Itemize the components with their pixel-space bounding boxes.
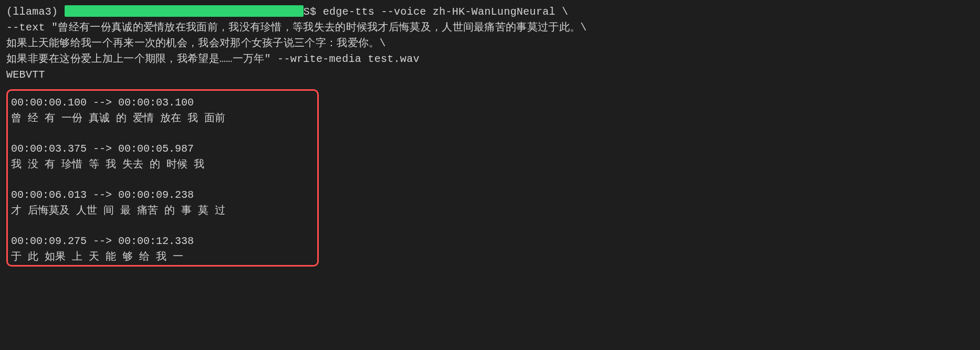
vtt-time: 00:00:00.100 --> 00:00:03.100 [11, 95, 314, 111]
webvtt-output-highlight: 00:00:00.100 --> 00:00:03.100 曾 经 有 一份 真… [6, 89, 319, 267]
prompt-line-1: (llama3) S$ edge-tts --voice zh-HK-WanLu… [6, 4, 974, 20]
command-line-3[interactable]: 如果上天能够给我一个再来一次的机会，我会对那个女孩子说三个字：我爱你。\ [6, 36, 974, 51]
webvtt-header: WEBVTT [6, 67, 974, 83]
command-line-1[interactable]: edge-tts --voice zh-HK-WanLungNeural \ [323, 6, 568, 18]
command-line-4[interactable]: 如果非要在这份爱上加上一个期限，我希望是……一万年" --write-media… [6, 51, 974, 67]
redacted-path [65, 5, 304, 17]
vtt-cue: 00:00:03.375 --> 00:00:05.987 我 没 有 珍惜 等… [11, 141, 314, 173]
vtt-text: 于 此 如果 上 天 能 够 给 我 一 [11, 249, 314, 265]
vtt-time: 00:00:03.375 --> 00:00:05.987 [11, 141, 314, 157]
vtt-text: 才 后悔莫及 人世 间 最 痛苦 的 事 莫 过 [11, 203, 314, 219]
vtt-text: 曾 经 有 一份 真诚 的 爱情 放在 我 面前 [11, 111, 314, 126]
env-name: (llama3) [6, 6, 58, 18]
vtt-time: 00:00:09.275 --> 00:00:12.338 [11, 234, 314, 249]
prompt-char: $ [310, 6, 316, 18]
vtt-time: 00:00:06.013 --> 00:00:09.238 [11, 187, 314, 203]
vtt-cue: 00:00:00.100 --> 00:00:03.100 曾 经 有 一份 真… [11, 95, 314, 126]
command-line-2[interactable]: --text "曾经有一份真诚的爱情放在我面前，我没有珍惜，等我失去的时候我才后… [6, 20, 974, 36]
vtt-text: 我 没 有 珍惜 等 我 失去 的 时候 我 [11, 157, 314, 173]
vtt-cue: 00:00:09.275 --> 00:00:12.338 于 此 如果 上 天… [11, 234, 314, 265]
vtt-cue: 00:00:06.013 --> 00:00:09.238 才 后悔莫及 人世 … [11, 187, 314, 219]
prompt-s: S [304, 6, 310, 18]
